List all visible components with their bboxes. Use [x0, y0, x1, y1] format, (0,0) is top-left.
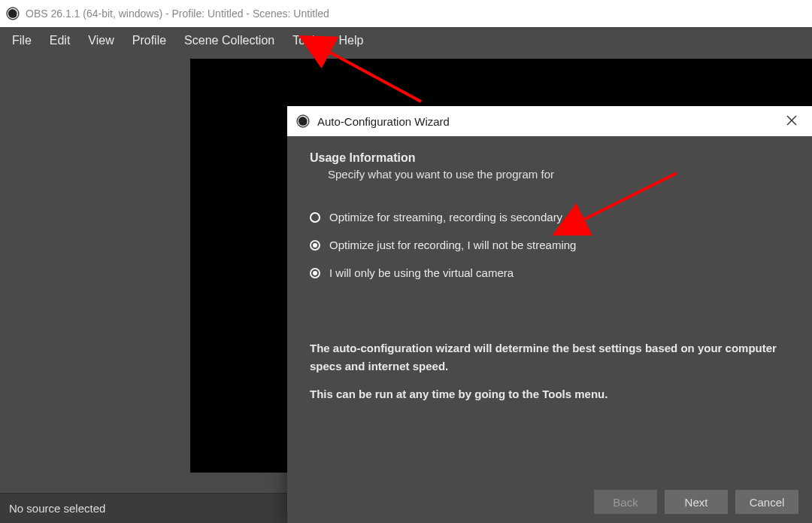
wizard-description-1: The auto-configuration wizard will deter… — [310, 339, 789, 376]
menu-scene-collection[interactable]: Scene Collection — [175, 29, 283, 52]
option-label: I will only be using the virtual camera — [329, 266, 514, 279]
wizard-description-2: This can be run at any time by going to … — [310, 388, 789, 400]
option-label: Optimize for streaming, recording is sec… — [329, 211, 562, 223]
radio-icon — [310, 212, 320, 223]
radio-icon — [310, 240, 320, 251]
radio-icon — [310, 268, 320, 278]
close-icon[interactable] — [780, 111, 803, 132]
option-label: Optimize just for recording, I will not … — [329, 239, 576, 251]
back-button: Back — [594, 490, 657, 514]
option-virtual-camera[interactable]: I will only be using the virtual camera — [310, 266, 789, 279]
wizard-titlebar: Auto-Configuration Wizard — [287, 106, 812, 136]
obs-logo-icon — [296, 114, 310, 128]
menu-help[interactable]: Help — [330, 29, 373, 52]
menu-file[interactable]: File — [3, 29, 41, 52]
wizard-footer: Back Next Cancel — [287, 481, 812, 523]
status-text: No source selected — [9, 502, 105, 515]
wizard-subheading: Specify what you want to use the program… — [328, 168, 789, 181]
auto-config-wizard-dialog: Auto-Configuration Wizard Usage Informat… — [287, 106, 812, 523]
window-title: OBS 26.1.1 (64-bit, windows) - Profile: … — [26, 8, 329, 20]
menu-view[interactable]: View — [79, 29, 123, 52]
wizard-heading: Usage Information — [310, 151, 789, 165]
menubar: File Edit View Profile Scene Collection … — [0, 27, 812, 54]
next-button[interactable]: Next — [665, 490, 728, 514]
obs-logo-icon — [6, 7, 20, 20]
menu-profile[interactable]: Profile — [123, 29, 175, 52]
window-titlebar: OBS 26.1.1 (64-bit, windows) - Profile: … — [0, 0, 812, 27]
wizard-body: Usage Information Specify what you want … — [287, 136, 812, 481]
wizard-title: Auto-Configuration Wizard — [317, 115, 773, 128]
menu-edit[interactable]: Edit — [41, 29, 80, 52]
option-recording[interactable]: Optimize just for recording, I will not … — [310, 239, 789, 251]
menu-tools[interactable]: Tools — [283, 29, 329, 52]
option-streaming[interactable]: Optimize for streaming, recording is sec… — [310, 211, 789, 223]
cancel-button[interactable]: Cancel — [735, 490, 798, 514]
